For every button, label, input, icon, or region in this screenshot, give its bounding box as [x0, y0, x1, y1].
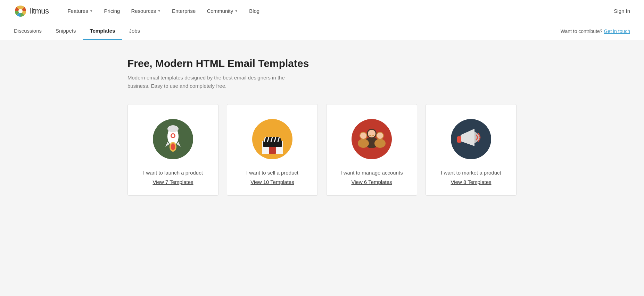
- card-sell-label: I want to sell a product: [246, 170, 298, 176]
- chevron-down-icon: ▼: [90, 9, 93, 13]
- chevron-down-icon: ▼: [234, 9, 238, 13]
- navbar: litmus Features ▼ Pricing Resources ▼ En…: [0, 0, 644, 22]
- card-icon-market: [450, 118, 492, 160]
- tab-discussions[interactable]: Discussions: [14, 22, 49, 40]
- card-manage-label: I want to manage accounts: [340, 170, 403, 176]
- page-subtitle: Modern email templates designed by the b…: [127, 74, 308, 90]
- svg-point-22: [374, 139, 386, 148]
- card-launch-label: I want to launch a product: [143, 170, 203, 176]
- market-icon: [450, 118, 492, 160]
- svg-point-8: [171, 143, 175, 150]
- card-manage-link[interactable]: View 6 Templates: [351, 179, 392, 185]
- svg-point-1: [18, 9, 23, 13]
- card-market-label: I want to market a product: [441, 170, 501, 176]
- get-in-touch-link[interactable]: Get in touch: [604, 28, 630, 34]
- tab-jobs[interactable]: Jobs: [122, 22, 147, 40]
- secondary-nav: Discussions Snippets Templates Jobs Want…: [0, 22, 644, 40]
- card-market: I want to market a product View 8 Templa…: [426, 104, 517, 196]
- logo-icon: [14, 5, 27, 18]
- chevron-down-icon: ▼: [157, 9, 161, 13]
- main-content: Free, Modern HTML Email Templates Modern…: [114, 40, 530, 213]
- cards-grid: I want to launch a product View 7 Templa…: [127, 104, 517, 196]
- card-sell: I want to sell a product View 10 Templat…: [227, 104, 318, 196]
- card-launch: I want to launch a product View 7 Templa…: [127, 104, 218, 196]
- nav-resources[interactable]: Resources ▼: [126, 0, 166, 22]
- navbar-nav: Features ▼ Pricing Resources ▼ Enterpris…: [63, 0, 614, 22]
- signin-link[interactable]: Sign In: [614, 8, 630, 14]
- card-sell-link[interactable]: View 10 Templates: [250, 179, 294, 185]
- nav-community[interactable]: Community ▼: [202, 0, 243, 22]
- tab-snippets[interactable]: Snippets: [49, 22, 83, 40]
- svg-rect-24: [457, 136, 461, 143]
- nav-pricing[interactable]: Pricing: [99, 0, 125, 22]
- nav-blog[interactable]: Blog: [244, 0, 264, 22]
- page-title: Free, Modern HTML Email Templates: [127, 58, 517, 69]
- card-icon-sell: [251, 118, 293, 160]
- logo[interactable]: litmus: [14, 5, 49, 18]
- svg-point-19: [358, 139, 369, 148]
- manage-icon: [351, 118, 393, 160]
- tab-templates[interactable]: Templates: [83, 22, 122, 40]
- card-launch-link[interactable]: View 7 Templates: [152, 179, 193, 185]
- svg-rect-12: [263, 142, 282, 147]
- svg-point-4: [167, 125, 179, 132]
- secondary-nav-left: Discussions Snippets Templates Jobs: [14, 22, 561, 40]
- contribute-text: Want to contribute? Get in touch: [561, 28, 630, 34]
- card-icon-manage: [351, 118, 393, 160]
- nav-features[interactable]: Features ▼: [63, 0, 98, 22]
- logo-text: litmus: [30, 7, 49, 16]
- card-manage: I want to manage accounts View 6 Templat…: [326, 104, 417, 196]
- card-icon-launch: [152, 118, 194, 160]
- card-market-link[interactable]: View 8 Templates: [451, 179, 491, 185]
- launch-icon: [152, 118, 194, 160]
- nav-enterprise[interactable]: Enterprise: [167, 0, 200, 22]
- sell-icon: [251, 118, 293, 160]
- svg-point-6: [172, 134, 174, 137]
